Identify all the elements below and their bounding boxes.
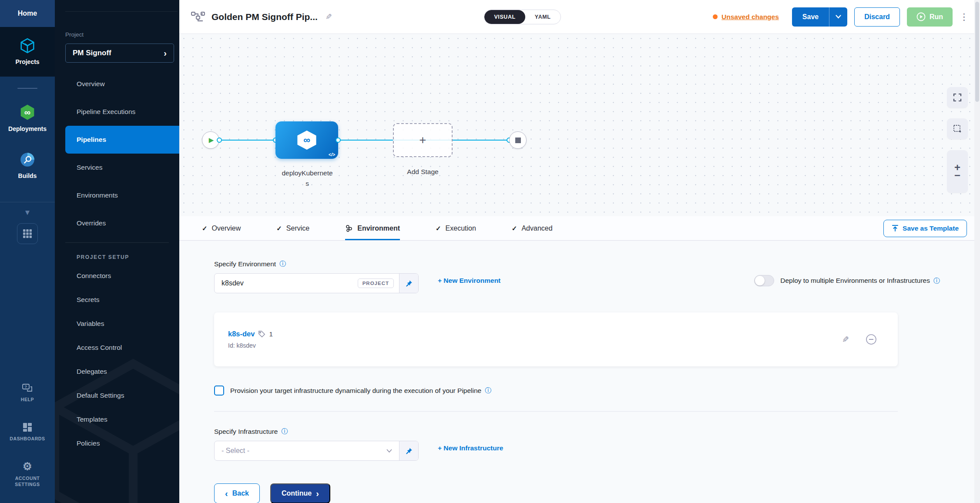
scrollbar-thumb[interactable] [975, 2, 979, 102]
tab-advanced[interactable]: ✓ Advanced [512, 216, 553, 240]
sidebar-item-pipeline-executions[interactable]: Pipeline Executions [55, 98, 179, 126]
tab-label: Service [286, 225, 309, 232]
back-button[interactable]: ‹ Back [214, 483, 260, 503]
provision-text: Provision your target infrastructure dyn… [230, 387, 481, 395]
stop-square-icon [515, 137, 521, 143]
pin-runtime-input-button[interactable] [399, 441, 418, 460]
sidebar-watermark-logo [55, 346, 179, 503]
sidebar-item-label: Services [77, 164, 102, 171]
unsaved-dot-icon [713, 14, 718, 19]
stage-tabs-bar: ✓ Overview ✓ Service Environment ✓ Execu… [179, 216, 980, 241]
new-environment-link[interactable]: + New Environment [438, 277, 500, 285]
tab-label: Overview [212, 225, 241, 232]
help-chat-icon: ? [22, 383, 33, 393]
wizard-footer-buttons: ‹ Back Continue › [214, 483, 980, 503]
infrastructure-select-row: - Select - + New Infrastructure [214, 436, 980, 461]
continue-button[interactable]: Continue › [270, 483, 330, 503]
page-scrollbar[interactable] [974, 0, 980, 503]
rail-module-projects[interactable]: Projects [0, 27, 55, 77]
environment-input-field: PROJECT [215, 274, 399, 293]
sidebar-item-pipelines[interactable]: Pipelines [65, 126, 179, 154]
pin-icon [405, 447, 413, 455]
tab-service[interactable]: ✓ Service [276, 216, 309, 240]
specify-infrastructure-text: Specify Infrastructure [214, 428, 278, 436]
stage-node-deploy-kubernetes[interactable]: ∞ </> [275, 121, 338, 159]
sidebar-item-label: Environments [77, 191, 118, 199]
tab-overview[interactable]: ✓ Overview [202, 216, 241, 240]
module-picker-button[interactable] [17, 223, 38, 244]
deploy-multiple-toggle[interactable] [754, 275, 774, 286]
chevron-right-icon: › [164, 48, 167, 58]
pipeline-end-node[interactable] [509, 131, 527, 149]
info-icon[interactable]: ⓘ [281, 427, 288, 436]
environment-id: Id: k8sdev [228, 342, 273, 349]
environment-name-link[interactable]: k8s-dev [228, 330, 255, 338]
specify-environment-label: Specify Environment ⓘ [214, 260, 980, 268]
sidebar-top-divider [65, 11, 178, 12]
tag-icon [258, 330, 265, 338]
remove-environment-icon[interactable] [866, 334, 877, 345]
rail-help-label: HELP [21, 397, 34, 402]
discard-button[interactable]: Discard [854, 7, 900, 27]
pipeline-graph-icon [191, 10, 205, 23]
pipeline-header: Golden PM Signoff Pip... ✎ VISUAL YAML U… [179, 0, 980, 34]
unsaved-changes-indicator[interactable]: Unsaved changes [713, 13, 779, 21]
run-label: Run [930, 13, 943, 21]
save-options-caret[interactable] [829, 7, 847, 27]
tab-label: Execution [446, 225, 476, 232]
scope-badge: PROJECT [358, 278, 394, 288]
sidebar-item-overview[interactable]: Overview [55, 70, 179, 98]
save-button[interactable]: Save [792, 7, 829, 27]
sidebar-item-connectors[interactable]: Connectors [55, 264, 179, 288]
yaml-mode-button[interactable]: YAML [525, 10, 560, 24]
pin-runtime-input-button[interactable] [399, 274, 418, 293]
pipeline-canvas[interactable]: ▶ ∞ </> + deployKubernetes Add Stage [179, 34, 980, 216]
sidebar-item-label: Secrets [77, 296, 100, 304]
header-kebab-menu-icon[interactable]: ⋮ [960, 12, 969, 22]
check-icon: ✓ [202, 225, 208, 232]
canvas-select-marquee-button[interactable] [947, 118, 968, 139]
rail-help-link[interactable]: ? HELP [21, 383, 34, 402]
edit-title-pencil-icon[interactable]: ✎ [326, 12, 332, 22]
visual-mode-button[interactable]: VISUAL [484, 10, 525, 24]
provision-checkbox[interactable] [214, 386, 224, 396]
cd-stage-hexagon-icon: ∞ [296, 131, 317, 150]
rail-dashboards-link[interactable]: DASHBOARDS [10, 422, 45, 441]
pin-icon [405, 280, 413, 287]
info-icon[interactable]: ⓘ [485, 386, 491, 395]
sidebar-item-environments[interactable]: Environments [55, 181, 179, 209]
info-icon[interactable]: ⓘ [933, 277, 940, 285]
rail-divider [17, 88, 37, 89]
specify-infrastructure-label: Specify Infrastructure ⓘ [214, 427, 980, 436]
infrastructure-select[interactable]: - Select - [215, 441, 399, 460]
rail-home-link[interactable]: Home [0, 0, 55, 27]
svg-text:?: ? [24, 385, 27, 389]
rail-module-builds[interactable]: Builds [0, 151, 55, 179]
add-stage-button[interactable]: + [393, 123, 453, 157]
environment-input[interactable] [222, 279, 353, 287]
sidebar-item-services[interactable]: Services [55, 154, 179, 181]
tag-count: 1 [269, 330, 272, 338]
tab-environment[interactable]: Environment [345, 216, 400, 240]
info-icon[interactable]: ⓘ [279, 260, 286, 268]
rail-home-label: Home [18, 10, 37, 17]
sidebar-item-overrides[interactable]: Overrides [55, 209, 179, 237]
tab-execution[interactable]: ✓ Execution [436, 216, 476, 240]
rail-account-settings-link[interactable]: ⚙ ACCOUNT SETTINGS [9, 461, 46, 487]
run-button[interactable]: Run [907, 7, 953, 27]
save-as-template-button[interactable]: Save as Template [883, 220, 967, 237]
new-infrastructure-link[interactable]: + New Infrastructure [438, 444, 503, 452]
environment-card: k8s-dev 1 Id: k8sdev ✎ [214, 312, 898, 366]
environment-input-group: PROJECT [214, 273, 419, 293]
pipeline-title: Golden PM Signoff Pip... [211, 12, 318, 22]
canvas-zoom-controls: + − [947, 150, 968, 193]
rail-collapse-chevron-icon[interactable]: ▼ [0, 202, 55, 217]
canvas-fullscreen-button[interactable] [947, 87, 968, 108]
sidebar-item-secrets[interactable]: Secrets [55, 288, 179, 312]
deploy-multiple-label: Deploy to multiple Environments or Infra… [780, 277, 940, 285]
sidebar-item-variables[interactable]: Variables [55, 312, 179, 335]
project-selector[interactable]: PM Signoff › [65, 44, 174, 63]
section-divider [214, 411, 898, 412]
rail-module-deployments[interactable]: ∞ Deployments [0, 104, 55, 132]
edit-environment-pencil-icon[interactable]: ✎ [842, 335, 849, 345]
